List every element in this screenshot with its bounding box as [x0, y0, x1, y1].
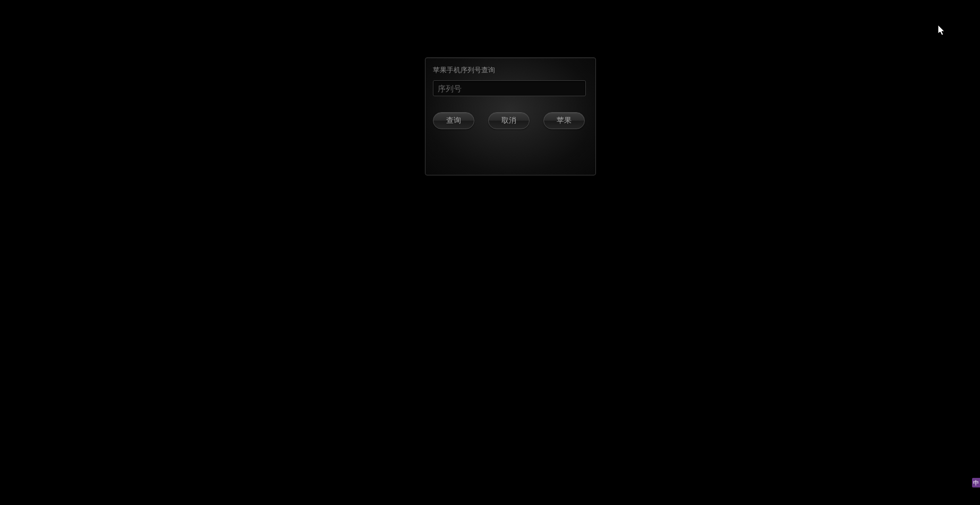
cancel-button[interactable]: 取消: [488, 112, 530, 129]
button-row: 查询 取消 苹果: [433, 112, 588, 129]
mouse-cursor-icon: [938, 25, 947, 37]
ime-indicator[interactable]: 中: [972, 478, 980, 487]
search-button[interactable]: 查询: [433, 112, 474, 129]
serial-lookup-dialog: 苹果手机序列号查询 查询 取消 苹果: [425, 57, 596, 175]
apple-button[interactable]: 苹果: [543, 112, 585, 129]
serial-number-input[interactable]: [433, 80, 586, 96]
dialog-title: 苹果手机序列号查询: [433, 65, 588, 75]
